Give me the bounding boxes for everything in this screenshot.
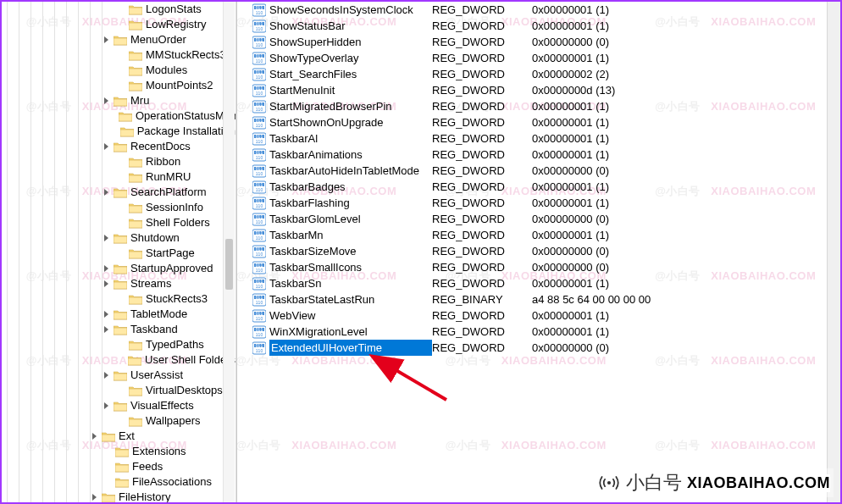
value-row[interactable]: TaskbarMnREG_DWORD0x00000001 (1) <box>237 227 840 243</box>
splitter[interactable] <box>235 2 237 502</box>
tree-item[interactable]: FileHistory <box>2 490 235 502</box>
tree-expander-icon[interactable] <box>90 492 100 502</box>
tree-item[interactable]: Ribbon <box>2 154 235 169</box>
value-row[interactable]: StartMenuInitREG_DWORD0x0000000d (13) <box>237 82 840 98</box>
tree-item[interactable]: TabletMode <box>2 307 235 322</box>
values-list[interactable]: ShowSecondsInSystemClockREG_DWORD0x00000… <box>237 2 840 356</box>
tree-item[interactable]: MMStuckRects3 <box>2 47 235 63</box>
binary-value-icon <box>252 309 266 323</box>
value-data: 0x00000000 (0) <box>532 243 609 259</box>
value-data: 0x00000000 (0) <box>532 340 609 356</box>
tree-expander-icon[interactable] <box>102 370 112 380</box>
value-row[interactable]: ExtendedUIHoverTimeREG_DWORD0x00000000 (… <box>237 340 840 356</box>
tree-item[interactable]: Ext <box>2 429 235 444</box>
value-data: 0x00000000 (0) <box>532 259 609 275</box>
tree-item[interactable]: LogonStats <box>2 2 235 17</box>
tree-expander-icon[interactable] <box>90 431 100 441</box>
tree-item-label: RunMRU <box>146 169 191 185</box>
value-row[interactable]: TaskbarStateLastRunREG_BINARYa4 88 5c 64… <box>237 291 840 307</box>
tree-item[interactable]: RecentDocs <box>2 139 235 154</box>
folder-icon <box>114 324 127 335</box>
tree-vertical-scrollbar[interactable] <box>223 2 235 502</box>
value-row[interactable]: TaskbarBadgesREG_DWORD0x00000001 (1) <box>237 179 840 195</box>
tree-item[interactable]: Shell Folders <box>2 215 235 230</box>
value-data: 0x00000001 (1) <box>532 307 609 324</box>
value-row[interactable]: TaskbarSizeMoveREG_DWORD0x00000000 (0) <box>237 243 840 259</box>
tree-item[interactable]: Modules <box>2 63 235 78</box>
value-data: 0x00000001 (1) <box>532 195 609 211</box>
tree-expander-icon[interactable] <box>102 263 112 274</box>
tree-item[interactable]: Shutdown <box>2 230 235 246</box>
value-row[interactable]: TaskbarFlashingREG_DWORD0x00000001 (1) <box>237 195 840 211</box>
tree-item-label: StartupApproved <box>130 261 213 276</box>
tree-item-label: User Shell Folders <box>145 352 235 368</box>
tree-item[interactable]: OperationStatusMan <box>2 108 235 124</box>
tree-item[interactable]: TypedPaths <box>2 337 235 352</box>
tree-item[interactable]: Package Installation <box>2 124 235 139</box>
broadcast-icon <box>597 471 621 495</box>
tree-item[interactable]: SessionInfo <box>2 200 235 215</box>
tree-item[interactable]: FileAssociations <box>2 474 235 490</box>
tree-expander-icon[interactable] <box>102 279 112 289</box>
tree-item[interactable]: Streams <box>2 276 235 291</box>
tree-expander-icon[interactable] <box>102 233 112 243</box>
tree-expander-icon[interactable] <box>102 401 112 411</box>
folder-icon <box>129 248 142 259</box>
value-row[interactable]: ShowTypeOverlayREG_DWORD0x00000001 (1) <box>237 50 840 66</box>
tree-item[interactable]: StuckRects3 <box>2 291 235 307</box>
tree-item[interactable]: Feeds <box>2 459 235 474</box>
tree-item[interactable]: MountPoints2 <box>2 78 235 93</box>
tree-item[interactable]: User Shell Folders <box>2 352 235 368</box>
value-name: TaskbarStateLastRun <box>269 291 432 307</box>
value-row[interactable]: WinXMigrationLevelREG_DWORD0x00000001 (1… <box>237 324 840 340</box>
value-row[interactable]: TaskbarGlomLevelREG_DWORD0x00000000 (0) <box>237 211 840 227</box>
tree-item[interactable]: RunMRU <box>2 169 235 185</box>
tree-item[interactable]: VisualEffects <box>2 398 235 413</box>
binary-value-icon <box>252 180 266 194</box>
tree-item[interactable]: Mru <box>2 93 235 108</box>
tree-item[interactable]: StartupApproved <box>2 261 235 276</box>
value-type: REG_DWORD <box>432 259 532 275</box>
value-row[interactable]: TaskbarSmallIconsREG_DWORD0x00000000 (0) <box>237 259 840 275</box>
tree-item-label: Taskband <box>130 322 178 337</box>
folder-icon <box>129 157 142 168</box>
tree-expander-icon[interactable] <box>102 35 112 45</box>
tree-item[interactable]: VirtualDesktops <box>2 383 235 398</box>
folder-icon <box>114 141 127 152</box>
value-row[interactable]: TaskbarSnREG_DWORD0x00000001 (1) <box>237 275 840 291</box>
tree-item[interactable]: Taskband <box>2 322 235 337</box>
value-row[interactable]: StartMigratedBrowserPinREG_DWORD0x000000… <box>237 98 840 114</box>
registry-tree[interactable]: LogonStatsLowRegistryMenuOrderMMStuckRec… <box>2 2 235 502</box>
tree-item[interactable]: UserAssist <box>2 368 235 383</box>
tree-item[interactable]: LowRegistry <box>2 17 235 32</box>
tree-expander-icon[interactable] <box>102 309 112 319</box>
value-data: 0x00000001 (1) <box>532 179 609 195</box>
value-row[interactable]: WebViewREG_DWORD0x00000001 (1) <box>237 307 840 324</box>
folder-icon <box>129 19 142 30</box>
value-row[interactable]: TaskbarAlREG_DWORD0x00000001 (1) <box>237 130 840 147</box>
tree-item[interactable]: Wallpapers <box>2 413 235 429</box>
value-row[interactable]: StartShownOnUpgradeREG_DWORD0x00000001 (… <box>237 114 840 130</box>
tree-expander-icon[interactable] <box>102 324 112 335</box>
tree-expander-icon[interactable] <box>102 141 112 152</box>
value-row[interactable]: ShowSecondsInSystemClockREG_DWORD0x00000… <box>237 2 840 18</box>
tree-item[interactable]: SearchPlatform <box>2 185 235 200</box>
list-vertical-scrollbar[interactable] <box>827 2 840 502</box>
tree-expander-icon[interactable] <box>102 96 112 106</box>
binary-value-icon <box>252 277 266 291</box>
tree-item[interactable]: Extensions <box>2 444 235 459</box>
value-row[interactable]: Start_SearchFilesREG_DWORD0x00000002 (2) <box>237 66 840 82</box>
value-row[interactable]: ShowSuperHiddenREG_DWORD0x00000000 (0) <box>237 34 840 50</box>
value-row[interactable]: ShowStatusBarREG_DWORD0x00000001 (1) <box>237 18 840 34</box>
tree-item[interactable]: MenuOrder <box>2 32 235 47</box>
value-type: REG_DWORD <box>432 179 532 195</box>
binary-value-icon <box>252 341 266 355</box>
value-type: REG_DWORD <box>432 2 532 18</box>
value-name: TaskbarMn <box>269 227 432 243</box>
tree-item[interactable]: StartPage <box>2 246 235 261</box>
value-row[interactable]: TaskbarAnimationsREG_DWORD0x00000001 (1) <box>237 147 840 163</box>
value-type: REG_DWORD <box>432 50 532 66</box>
tree-expander-icon[interactable] <box>102 187 112 197</box>
scrollbar-thumb[interactable] <box>225 239 233 290</box>
value-row[interactable]: TaskbarAutoHideInTabletModeREG_DWORD0x00… <box>237 163 840 179</box>
